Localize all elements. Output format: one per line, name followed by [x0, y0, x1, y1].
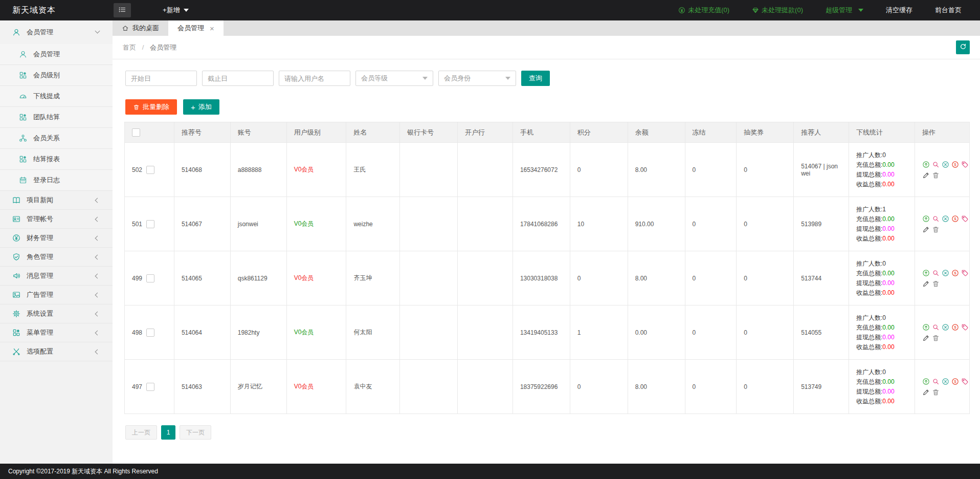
relation-icon[interactable]	[942, 161, 949, 168]
view-icon[interactable]	[932, 323, 940, 331]
next-page-button[interactable]: 下一页	[180, 425, 211, 440]
batch-delete-button[interactable]: 批量删除	[125, 99, 177, 115]
column-header: 推荐人	[794, 122, 849, 143]
member-level: V0会员	[294, 166, 314, 173]
delete-icon[interactable]	[932, 171, 940, 179]
stat-value: 0.00	[882, 343, 894, 351]
front-home-link[interactable]: 前台首页	[935, 6, 962, 15]
sidebar-item-7[interactable]: 登录日志	[0, 170, 113, 191]
action-icons-row: $	[922, 269, 969, 277]
admin-dropdown[interactable]: 超级管理	[826, 6, 863, 15]
tag-icon[interactable]	[961, 378, 969, 385]
member-level: V0会员	[294, 274, 314, 281]
edit-icon[interactable]	[922, 334, 930, 342]
sidebar-item-16[interactable]: 选项配置	[0, 342, 113, 361]
pending-withdraw-link[interactable]: 未处理提款(0)	[752, 6, 803, 15]
close-icon[interactable]: ×	[210, 24, 214, 33]
clear-cache-link[interactable]: 清空缓存	[886, 6, 912, 15]
sidebar-item-0[interactable]: 会员管理	[0, 20, 113, 44]
delete-icon[interactable]	[932, 226, 940, 233]
refresh-button[interactable]	[956, 40, 970, 54]
money-icon[interactable]: $	[951, 378, 959, 385]
sidebar-item-6[interactable]: 结算报表	[0, 149, 113, 170]
add-button[interactable]: + 添加	[183, 99, 219, 115]
breadcrumb-home[interactable]: 首页	[123, 43, 136, 51]
select-all-checkbox[interactable]	[132, 128, 140, 137]
sidebar: 会员管理会员管理会员级别下线提成团队结算会员关系结算报表登录日志项目新闻管理帐号…	[0, 20, 113, 464]
sidebar-toggle-button[interactable]	[114, 3, 131, 17]
sidebar-item-3[interactable]: 下线提成	[0, 86, 113, 107]
pending-recharge-link[interactable]: 未处理充值(0)	[678, 6, 729, 15]
relation-icon[interactable]	[942, 269, 949, 277]
sidebar-item-8[interactable]: 项目新闻	[0, 191, 113, 210]
view-icon[interactable]	[932, 378, 940, 385]
page-1-button[interactable]: 1	[161, 425, 175, 440]
relation-icon[interactable]	[942, 215, 949, 223]
action-icons-row	[922, 226, 969, 233]
name-cell: weizhe	[346, 197, 400, 251]
chevron-left-icon	[95, 254, 100, 259]
frozen-cell: 0	[685, 251, 737, 306]
money-icon[interactable]: $	[951, 323, 959, 331]
recharge-icon[interactable]	[922, 378, 930, 385]
recharge-icon[interactable]	[922, 215, 930, 223]
row-checkbox[interactable]	[146, 329, 154, 337]
row-checkbox[interactable]	[146, 220, 154, 228]
frozen-cell: 0	[685, 197, 737, 251]
tag-icon[interactable]	[961, 215, 969, 223]
relation-icon[interactable]	[942, 378, 949, 385]
member-level-select[interactable]: 会员等级	[355, 71, 433, 86]
tab-0[interactable]: 我的桌面	[113, 20, 168, 36]
start-date-input[interactable]	[125, 71, 197, 86]
sidebar-item-2[interactable]: 会员级别	[0, 65, 113, 86]
sidebar-item-label: 项目新闻	[27, 195, 53, 205]
stat-label: 收益总额:	[856, 343, 882, 351]
stat-label: 推广人数:	[856, 260, 882, 267]
sidebar-item-9[interactable]: 管理帐号	[0, 210, 113, 229]
sidebar-item-1[interactable]: 会员管理	[0, 44, 113, 65]
sidebar-item-5[interactable]: 会员关系	[0, 128, 113, 149]
edit-icon[interactable]	[922, 388, 930, 396]
sidebar-item-15[interactable]: 菜单管理	[0, 323, 113, 342]
money-icon[interactable]: $	[951, 161, 959, 168]
search-button[interactable]: 查询	[521, 71, 550, 86]
row-checkbox[interactable]	[146, 166, 154, 174]
sidebar-item-13[interactable]: 广告管理	[0, 286, 113, 304]
plus-icon: +	[191, 103, 195, 111]
prev-page-button[interactable]: 上一页	[125, 425, 157, 440]
recharge-icon[interactable]	[922, 269, 930, 277]
row-select-cell: 502	[125, 143, 174, 197]
view-icon[interactable]	[932, 269, 940, 277]
tab-1[interactable]: 会员管理×	[168, 20, 224, 36]
view-icon[interactable]	[932, 161, 940, 168]
username-input[interactable]	[279, 71, 350, 86]
edit-icon[interactable]	[922, 226, 930, 233]
recharge-icon[interactable]	[922, 323, 930, 331]
row-checkbox[interactable]	[146, 383, 154, 391]
end-date-input[interactable]	[202, 71, 274, 86]
member-identity-select[interactable]: 会员身份	[438, 71, 516, 86]
stat-value: 1	[882, 206, 886, 213]
tag-icon[interactable]	[961, 269, 969, 277]
level-cell: V0会员	[286, 306, 346, 360]
sidebar-item-14[interactable]: 系统设置	[0, 304, 113, 323]
delete-icon[interactable]	[932, 388, 940, 396]
row-checkbox[interactable]	[146, 274, 154, 282]
sidebar-item-11[interactable]: 角色管理	[0, 248, 113, 267]
tag-icon[interactable]	[961, 323, 969, 331]
delete-icon[interactable]	[932, 334, 940, 342]
add-new-dropdown[interactable]: +新增	[163, 6, 189, 15]
sidebar-item-10[interactable]: 财务管理	[0, 229, 113, 248]
tag-icon[interactable]	[961, 161, 969, 168]
sidebar-item-4[interactable]: 团队结算	[0, 107, 113, 128]
relation-icon[interactable]	[942, 323, 949, 331]
sidebar-item-12[interactable]: 消息管理	[0, 267, 113, 286]
money-icon[interactable]: $	[951, 215, 959, 223]
edit-icon[interactable]	[922, 171, 930, 179]
money-icon[interactable]: $	[951, 269, 959, 277]
stat-line: 推广人数:0	[856, 313, 915, 323]
recharge-icon[interactable]	[922, 161, 930, 168]
view-icon[interactable]	[932, 215, 940, 223]
edit-icon[interactable]	[922, 280, 930, 288]
delete-icon[interactable]	[932, 280, 940, 288]
